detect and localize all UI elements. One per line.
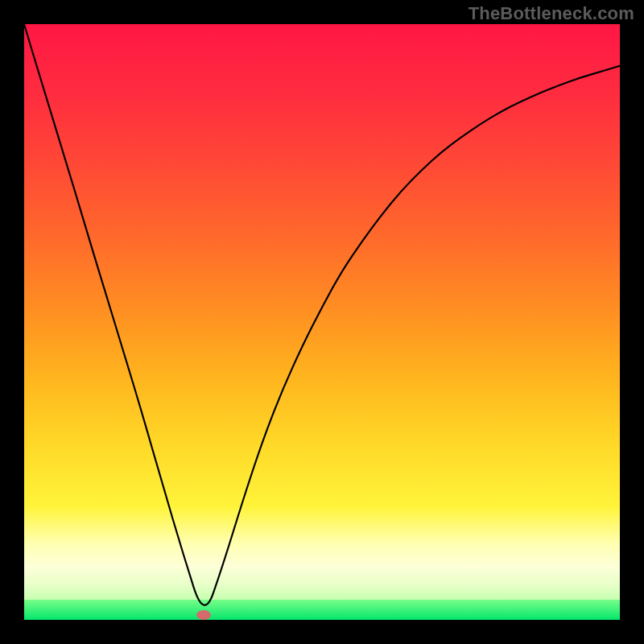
minimum-marker — [196, 610, 211, 620]
watermark-text: TheBottleneck.com — [469, 3, 634, 24]
plot-area — [24, 24, 620, 620]
page-root: TheBottleneck.com — [0, 0, 644, 644]
bottleneck-curve — [24, 24, 620, 620]
